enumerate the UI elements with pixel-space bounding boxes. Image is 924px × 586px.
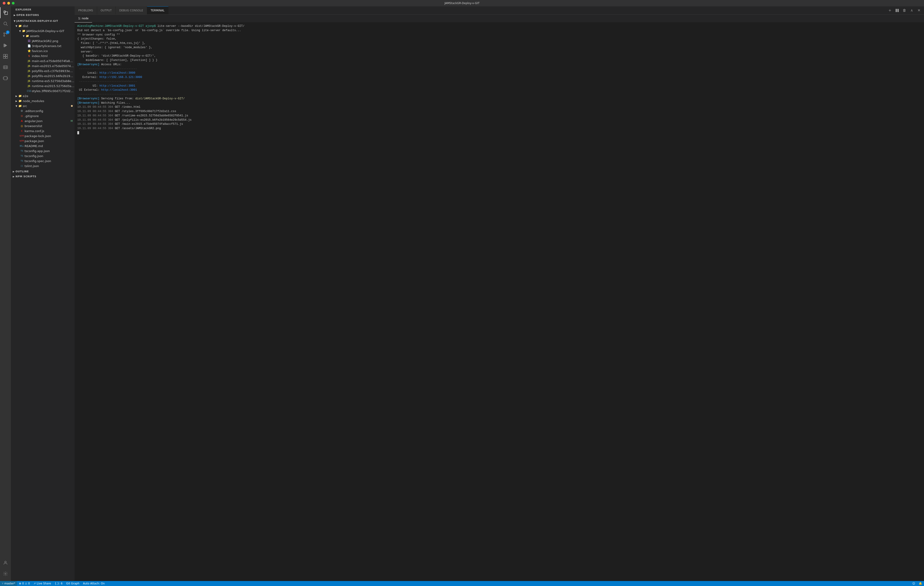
warning-count: 0 xyxy=(28,582,30,585)
term-line-2: Did not detect a `bs-config.json` or `bs… xyxy=(77,28,921,33)
close-button[interactable] xyxy=(3,2,5,5)
tree-item-packagejson[interactable]: NPM package.json xyxy=(11,138,74,143)
branch-name: master* xyxy=(4,582,15,585)
project-section: ▼ JAMSTACKGR-DEPLOY-V-GIT ▼ 📁 dist ▼ 📁 J… xyxy=(11,18,74,169)
terminal-body[interactable]: AlexsCogMachine:JAMStackGR-Deploy-v-GIT … xyxy=(74,22,924,581)
terminal-instance-1[interactable]: 1: node xyxy=(74,15,92,23)
minimize-button[interactable] xyxy=(7,2,10,5)
tsconfigspec-label: tsconfig.spec.json xyxy=(25,159,74,163)
tree-item-dist[interactable]: ▼ 📁 dist xyxy=(11,23,74,28)
tab-output[interactable]: OUTPUT xyxy=(97,7,116,14)
tree-item-e2e[interactable]: ▶ 📁 e2e xyxy=(11,94,74,99)
tree-item-angularjson[interactable]: A angular.json M xyxy=(11,119,74,123)
smiley-icon: ☺ xyxy=(912,582,915,585)
sidebar-item-extensions[interactable] xyxy=(0,51,11,62)
tree-item-tslint[interactable]: {} tslint.json xyxy=(11,163,74,168)
maximize-button[interactable] xyxy=(12,2,15,5)
accounts-icon[interactable] xyxy=(0,557,11,568)
term-line-local: Local: http://localhost:3000 xyxy=(77,71,921,75)
editorconfig-label: .editorconfig xyxy=(25,109,74,113)
status-autoattach[interactable]: Auto Attach: On xyxy=(81,581,107,586)
sidebar-item-liveshare[interactable] xyxy=(0,73,11,84)
status-liveshare[interactable]: ↗ Live Share xyxy=(31,581,53,586)
tsconfigapp-label: tsconfig.app.json xyxy=(25,149,74,153)
open-editors-section: ▶ Open Editors xyxy=(11,12,74,18)
maximize-panel-button[interactable]: ∧ xyxy=(909,7,915,14)
ico-icon: ⭐ xyxy=(27,49,31,53)
term-line-3: ** browser-sync config ** xyxy=(77,33,921,37)
tree-item-assets[interactable]: ▼ 📁 assets xyxy=(11,33,74,38)
liveshare-label: Live Share xyxy=(37,582,51,585)
outline-section-header[interactable]: ▶ Outline xyxy=(11,169,74,174)
npm-scripts-section-header[interactable]: ▶ NPM Scripts xyxy=(11,174,74,179)
term-line-10: [Browsersync] Access URLs: xyxy=(77,63,921,67)
sidebar-item-remote-explorer[interactable] xyxy=(0,62,11,73)
tree-item-tsconfig[interactable]: TS tsconfig.json xyxy=(11,153,74,158)
tree-item-tsconfigspec[interactable]: TS tsconfig.spec.json xyxy=(11,158,74,163)
tab-terminal[interactable]: TERMINAL xyxy=(147,7,168,14)
tab-debug-console[interactable]: DEBUG CONSOLE xyxy=(116,7,147,14)
dist-label: dist xyxy=(23,24,74,28)
js-icon: JS xyxy=(27,59,31,63)
open-editors-toggle[interactable]: ▶ Open Editors xyxy=(11,13,74,18)
sidebar-item-source-control[interactable]: 3 xyxy=(0,29,11,40)
term-line-ui: UI: http://localhost:3001 xyxy=(77,84,921,88)
window-controls xyxy=(3,2,15,5)
folder-icon: 📁 xyxy=(18,99,22,103)
jamstackgr2png-label: JAMStackGR2.png xyxy=(32,40,74,43)
tree-item-runtimes2015[interactable]: JS runtime-es2015.52756d3ab8e6582f0... xyxy=(11,84,74,89)
status-notifications[interactable]: 🔔 xyxy=(917,581,924,586)
tree-item-polyfillses5[interactable]: JS polyfills-es5.c37fe59933ea3485a8c8.js xyxy=(11,68,74,73)
tree-item-karmaconf[interactable]: K karma.conf.js xyxy=(11,128,74,133)
browserslist-icon: ◎ xyxy=(20,124,24,128)
tree-item-nodemodules[interactable]: ▶ 📁 node_modules xyxy=(11,99,74,104)
tree-item-packagelock[interactable]: NPM package-lock.json xyxy=(11,133,74,138)
tree-item-favicon[interactable]: ⭐ favicon.ico xyxy=(11,48,74,53)
tree-item-tsconfigapp[interactable]: TS tsconfig.app.json xyxy=(11,148,74,153)
md-icon: M↓ xyxy=(20,144,24,148)
new-terminal-button[interactable]: + xyxy=(887,7,893,14)
tree-item-polyfillses2015[interactable]: JS polyfills-es2015.b6fe2b19564e29c5d5.j… xyxy=(11,73,74,78)
settings-icon[interactable] xyxy=(0,568,11,579)
app-body: 3 xyxy=(0,7,924,581)
tree-item-3rdpartylicenses[interactable]: 📄 3rdpartylicenses.txt xyxy=(11,43,74,48)
tslint-icon: {} xyxy=(20,164,24,168)
tree-item-gitignore[interactable]: ⊙ .gitignore xyxy=(11,114,74,119)
tree-item-jamstackgr2png[interactable]: 🖼 JAMStackGR2.png xyxy=(11,38,74,43)
term-line-5: files: [ './**/*.{html,htm,css,js}' ], xyxy=(77,41,921,46)
source-control-badge: 3 xyxy=(6,30,10,34)
svg-point-2 xyxy=(4,22,7,25)
folder-icon: 📁 xyxy=(18,94,22,98)
tree-item-runtimes5[interactable]: JS runtime-es5.52756d3ab8e6582f0541.js xyxy=(11,78,74,84)
tree-item-jamstackgr-folder[interactable]: ▼ 📁 JAMStackGR-Deploy-v-GIT xyxy=(11,28,74,33)
gitignore-label: .gitignore xyxy=(25,114,74,118)
tree-item-stylescss[interactable]: CSS styles.3ff695c00d717f2d2a11.css xyxy=(11,89,74,94)
tab-problems[interactable]: PROBLEMS xyxy=(74,7,97,14)
tree-item-readme[interactable]: M↓ README.md xyxy=(11,143,74,148)
status-branch[interactable]: ⑂ master* xyxy=(0,581,17,586)
sidebar-item-search[interactable] xyxy=(0,18,11,29)
term-line-log5: 19.11.09 08:44:55 304 GET /main-es2015.e… xyxy=(77,122,921,127)
project-toggle[interactable]: ▼ JAMSTACKGR-DEPLOY-V-GIT xyxy=(11,18,74,23)
status-errors[interactable]: ⊗ 0 ⚠ 0 xyxy=(17,581,31,586)
sidebar-item-explorer[interactable] xyxy=(0,7,11,18)
split-terminal-button[interactable] xyxy=(894,7,900,14)
status-gitgraph[interactable]: Git Graph xyxy=(64,581,81,586)
folder-icon: 📁 xyxy=(18,24,22,28)
tree-item-indexhtml[interactable]: 5 index.html xyxy=(11,53,74,58)
runtimes5-label: runtime-es5.52756d3ab8e6582f0541.js xyxy=(32,79,74,83)
close-panel-button[interactable]: ✕ xyxy=(916,7,922,14)
maines5-label: main-es5.e75de05074fa8accf571.js xyxy=(32,59,74,63)
status-jscount[interactable]: {.}: 6 xyxy=(53,581,64,586)
tree-item-src[interactable]: ▼ 📁 src xyxy=(11,104,74,109)
folder-icon: 📁 xyxy=(25,34,29,38)
tree-item-editorconfig[interactable]: ⚙ .editorconfig xyxy=(11,109,74,114)
tree-item-browserslist[interactable]: ◎ browserslist xyxy=(11,123,74,128)
tree-item-maines2015[interactable]: JS main-es2015.e75de05074fa8accf571.js xyxy=(11,63,74,68)
sidebar-item-debug[interactable] xyxy=(0,40,11,51)
kill-terminal-button[interactable]: 🗑 xyxy=(901,7,908,14)
tree-item-maines5[interactable]: JS main-es5.e75de05074fa8accf571.js xyxy=(11,58,74,63)
open-editors-label: Open Editors xyxy=(16,14,74,16)
js-icon: JS xyxy=(27,64,31,68)
status-smiley[interactable]: ☺ xyxy=(910,581,917,586)
